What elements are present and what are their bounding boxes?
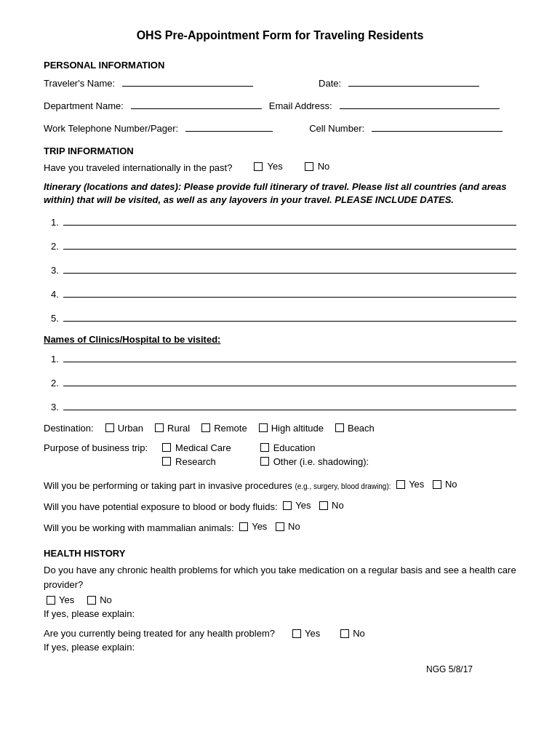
email-label: Email Address: [269,100,332,111]
itinerary-item-2: 2. [51,238,516,252]
work-phone-field[interactable] [185,120,273,132]
clinic-item-1: 1. [51,351,516,364]
destination-urban-label: Urban [118,423,143,434]
clinics-title: Names of Clinics/Hospital to be visited: [44,334,516,345]
destination-beach-checkbox[interactable] [335,423,344,432]
chronic-question-text: Do you have any chronic health problems … [44,563,516,591]
purpose-research-label: Research [175,456,216,467]
clinic-line-3[interactable] [63,399,516,410]
purpose-medical-label: Medical Care [175,442,231,453]
current-if-yes: If yes, please explain: [44,642,516,653]
purpose-label: Purpose of business trip: [44,442,148,453]
purpose-other-item: Other (i.e. shadowing): [260,456,369,467]
current-no-checkbox[interactable] [340,629,349,638]
traveler-name-label: Traveler's Name: [44,78,115,89]
traveled-no-label: No [318,161,330,172]
current-treatment-section: Are you currently being treated for any … [44,628,516,653]
traveler-name-field[interactable] [122,75,253,87]
purpose-education-checkbox[interactable] [260,443,269,452]
clinic-item-2: 2. [51,375,516,389]
destination-remote-checkbox[interactable] [201,423,210,432]
destination-urban-checkbox[interactable] [105,423,114,432]
invasive-no-label: No [445,476,457,493]
blood-no-checkbox[interactable] [319,501,328,510]
mammal-no-checkbox[interactable] [276,522,284,531]
current-yes-label: Yes [305,628,320,639]
itinerary-line-5[interactable] [63,310,516,322]
purpose-research-item: Research [162,456,231,467]
chronic-no-label: No [100,594,112,605]
date-label: Date: [319,78,341,89]
blood-yes-label: Yes [295,497,311,514]
invasive-yes-checkbox[interactable] [396,480,405,489]
clinic-line-1[interactable] [63,351,516,362]
work-phone-label: Work Telephone Number/Pager: [44,123,178,134]
destination-high-altitude-label: High altitude [271,423,324,434]
chronic-if-yes: If yes, please explain: [44,608,516,619]
itinerary-instruction: Itinerary (locations and dates): Please … [44,180,516,207]
itinerary-item-3: 3. [51,262,516,276]
current-no-label: No [353,628,365,639]
purpose-medical-item: Medical Care [162,442,231,453]
mammal-yes-checkbox[interactable] [239,522,248,531]
purpose-research-checkbox[interactable] [162,457,171,466]
destination-rural-label: Rural [167,423,190,434]
traveled-no-checkbox[interactable] [305,162,313,171]
clinics-list: 1. 2. 3. [51,351,516,413]
page-title: OHS Pre-Appointment Form for Traveling R… [44,29,516,42]
chronic-no-checkbox[interactable] [87,596,96,605]
purpose-other-label: Other (i.e. shadowing): [273,456,369,467]
destination-row: Destination: Urban Rural Remote High alt… [44,423,516,434]
mammal-yes-label: Yes [252,518,267,535]
blood-yes-checkbox[interactable] [283,501,292,510]
invasive-example: (e.g., surgery, blood drawing): [295,482,391,490]
mammal-no-label: No [288,518,300,535]
invasive-label: Will you be performing or taking part in… [44,480,295,491]
destination-beach-label: Beach [348,423,375,434]
purpose-medical-checkbox[interactable] [162,443,171,452]
traveled-yes-label: Yes [267,161,282,172]
chronic-yes-label: Yes [59,594,74,605]
trip-info-title: TRIP INFORMATION [44,146,516,156]
blood-no-label: No [332,497,344,514]
personal-info-title: PERSONAL INFORMATION [44,60,516,71]
chronic-yes-checkbox[interactable] [47,596,55,605]
destination-remote-label: Remote [214,423,247,434]
date-field[interactable] [348,75,479,87]
itinerary-item-1: 1. [51,214,516,228]
itinerary-line-2[interactable] [63,238,516,250]
chronic-question-section: Do you have any chronic health problems … [44,563,516,619]
itinerary-line-3[interactable] [63,262,516,274]
invasive-section: Will you be performing or taking part in… [44,476,516,536]
purpose-education-label: Education [273,442,316,453]
destination-rural-checkbox[interactable] [155,423,164,432]
destination-label: Destination: [44,423,94,434]
itinerary-item-4: 4. [51,286,516,300]
current-yes-checkbox[interactable] [292,629,301,638]
department-name-label: Department Name: [44,100,124,111]
purpose-right-col: Education Other (i.e. shadowing): [260,442,369,467]
purpose-education-item: Education [260,442,369,453]
traveled-intl-label: Have you traveled internationally in the… [44,162,232,173]
itinerary-item-5: 5. [51,310,516,324]
cell-field[interactable] [372,120,503,132]
purpose-other-checkbox[interactable] [260,457,269,466]
blood-label: Will you have potential exposure to bloo… [44,501,278,512]
invasive-no-checkbox[interactable] [433,480,441,489]
department-name-field[interactable] [131,97,262,109]
traveled-yes-checkbox[interactable] [254,162,263,171]
health-history-title: HEALTH HISTORY [44,548,516,559]
current-treatment-question: Are you currently being treated for any … [44,628,275,639]
footer-text: NGG 5/8/17 [426,664,473,674]
invasive-yes-label: Yes [409,476,424,493]
itinerary-list: 1. 2. 3. 4. 5. [51,214,516,324]
clinic-item-3: 3. [51,399,516,413]
cell-label: Cell Number: [309,123,364,134]
itinerary-line-4[interactable] [63,286,516,298]
mammal-label: Will you be working with mammalian anima… [44,522,234,533]
purpose-left-col: Medical Care Research [162,442,231,467]
clinic-line-2[interactable] [63,375,516,386]
email-field[interactable] [340,97,500,109]
destination-high-altitude-checkbox[interactable] [259,423,268,432]
itinerary-line-1[interactable] [63,214,516,226]
